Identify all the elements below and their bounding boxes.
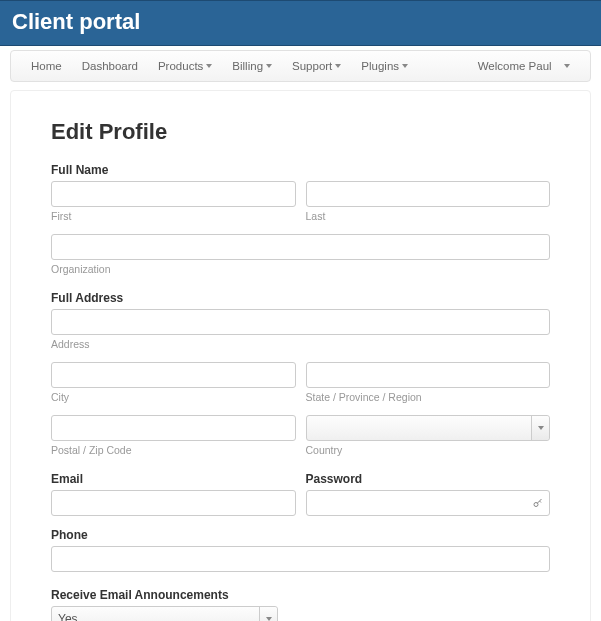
email-input[interactable] [51,490,296,516]
organization-input[interactable] [51,234,550,260]
nav-support-label: Support [292,60,332,72]
city-input[interactable] [51,362,296,388]
chevron-down-icon [564,64,570,68]
phone-input[interactable] [51,546,550,572]
last-name-input[interactable] [306,181,551,207]
chevron-down-icon [402,64,408,68]
nav-user-menu[interactable]: Welcome Paul [468,52,580,80]
address-input[interactable] [51,309,550,335]
chevron-down-icon [335,64,341,68]
nav-plugins[interactable]: Plugins [351,52,418,80]
content: Edit Profile Full Name First Last Organi… [10,90,591,621]
password-input[interactable] [306,490,551,516]
nav-dashboard[interactable]: Dashboard [72,52,148,80]
nav-plugins-label: Plugins [361,60,399,72]
banner: Client portal [0,0,601,46]
org-sublabel: Organization [51,263,550,275]
country-sublabel: Country [306,444,551,456]
nav-products[interactable]: Products [148,52,222,80]
country-select[interactable] [306,415,551,441]
nav-billing[interactable]: Billing [222,52,282,80]
first-sublabel: First [51,210,296,222]
postal-sublabel: Postal / Zip Code [51,444,296,456]
nav-dashboard-label: Dashboard [82,60,138,72]
page-title: Edit Profile [51,119,550,145]
fullname-label: Full Name [51,163,550,177]
nav-home[interactable]: Home [21,52,72,80]
password-label: Password [306,472,551,486]
city-sublabel: City [51,391,296,403]
navbar: Home Dashboard Products Billing Support … [10,50,591,82]
email-label: Email [51,472,296,486]
nav-billing-label: Billing [232,60,263,72]
address-sublabel: Address [51,338,550,350]
nav-products-label: Products [158,60,203,72]
phone-label: Phone [51,528,550,542]
nav-welcome-label: Welcome Paul [478,60,552,72]
key-icon [532,497,544,509]
chevron-down-icon [206,64,212,68]
state-sublabel: State / Province / Region [306,391,551,403]
first-name-input[interactable] [51,181,296,207]
state-input[interactable] [306,362,551,388]
postal-input[interactable] [51,415,296,441]
nav-support[interactable]: Support [282,52,351,80]
announce-label: Receive Email Announcements [51,588,550,602]
site-title: Client portal [12,9,589,35]
address-label: Full Address [51,291,550,305]
last-sublabel: Last [306,210,551,222]
announce-select[interactable]: Yes [51,606,278,621]
nav-home-label: Home [31,60,62,72]
chevron-down-icon [266,64,272,68]
